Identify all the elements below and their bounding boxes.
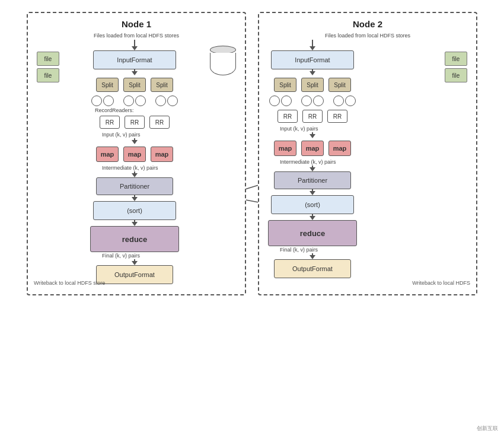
node1-left-files: file file	[37, 52, 59, 82]
node1-rr3: RR	[149, 116, 170, 129]
node2-arrow6	[310, 214, 315, 220]
node2-final-label: Final (k, v) pairs	[280, 247, 318, 253]
node2-rr2: RR	[302, 110, 323, 123]
node2-split3: Split	[328, 78, 351, 92]
watermark: 创新互联	[477, 425, 498, 432]
node2-arrow3	[310, 132, 315, 138]
node1-arrow6	[132, 220, 138, 226]
node2-center: InputFormat Split Split Split	[268, 40, 357, 278]
node1-right-cylinder	[210, 46, 236, 77]
node1-split2: Split	[123, 78, 146, 92]
node2-hdfs-label: Files loaded from local HDFS stores	[268, 33, 467, 39]
node2-box: Node 2 Files loaded from local HDFS stor…	[258, 12, 477, 295]
node2-circle-group1	[269, 96, 292, 106]
node1-c4	[135, 96, 146, 106]
node2-intermediate-label: Intermediate (k, v) pairs	[280, 159, 336, 165]
watermark-text: 创新互联	[477, 425, 498, 431]
node2-reduce: reduce	[268, 220, 357, 246]
node1-circles	[91, 96, 178, 106]
node2-title: Node 2	[268, 19, 467, 29]
node1-center: InputFormat Split Split Split	[90, 40, 179, 284]
node2-map3: map	[328, 141, 351, 156]
node1-arrow4	[132, 171, 138, 177]
node2-outputformat: OutputFormat	[274, 259, 351, 278]
node1-intermediate-label: Intermediate (k, v) pairs	[102, 165, 158, 171]
node2-top-area: InputFormat Split Split Split	[268, 40, 467, 278]
nodes-wrapper: Node 1 Files loaded from local HDFS stor…	[6, 6, 498, 301]
node1-arrow2	[132, 69, 138, 75]
node1-file1: file	[37, 52, 59, 66]
node1-map2: map	[123, 147, 146, 162]
node2-circle-group2	[301, 96, 324, 106]
node2-inputformat: InputFormat	[271, 50, 354, 69]
node2-c1	[269, 96, 280, 106]
node2-circle-group3	[333, 96, 356, 106]
node1-c3	[123, 96, 134, 106]
node1-c5	[155, 96, 166, 106]
node1-circle-group3	[155, 96, 178, 106]
node2-rr1: RR	[277, 110, 298, 123]
node1-inputformat: InputFormat	[93, 50, 176, 69]
node1-c2	[103, 96, 114, 106]
node2-right-files: file file	[445, 52, 467, 82]
node2-c3	[301, 96, 312, 106]
node1-partitioner: Partitioner	[96, 177, 173, 195]
node1-circle-group2	[123, 96, 146, 106]
node1-rr2: RR	[125, 116, 145, 129]
node1-final-label: Final (k, v) pairs	[102, 253, 140, 259]
node1-circle-group1	[91, 96, 114, 106]
node2-split2: Split	[301, 78, 324, 92]
node1-input-kv-label: Input (k, v) pairs	[102, 132, 141, 138]
node2-map2: map	[301, 141, 324, 156]
node2-file1: file	[445, 52, 467, 66]
node2-rr-row: RR RR RR	[277, 110, 347, 123]
node2-map-row: map map map	[274, 141, 351, 156]
node1-outputformat: OutputFormat	[96, 265, 173, 284]
node1-cyl-body	[210, 53, 236, 75]
node1-box: Node 1 Files loaded from local HDFS stor…	[27, 12, 246, 295]
node1-hdfs-label: Files loaded from local HDFS stores	[37, 33, 236, 39]
node2-split1: Split	[274, 78, 296, 92]
node2-c6	[345, 96, 356, 106]
node2-circles	[269, 96, 356, 106]
node1-map1: map	[96, 147, 119, 162]
node1-c1	[91, 96, 102, 106]
node2-file2: file	[445, 68, 467, 82]
node1-top-arrow	[132, 40, 138, 50]
node1-reduce: reduce	[90, 226, 179, 252]
node1-title: Node 1	[37, 19, 236, 29]
node1-arrow5	[132, 195, 138, 201]
node1-file2: file	[37, 68, 59, 82]
node1-arrow7	[132, 259, 138, 265]
node1-map-row: map map map	[96, 147, 173, 162]
node1-rr-label: RecordReaders:	[95, 107, 134, 113]
node1-rr-row: RR RR RR	[100, 116, 170, 129]
node1-arrow3	[132, 138, 138, 144]
node2-split-row: Split Split Split	[274, 78, 351, 92]
node2-rr3: RR	[327, 110, 347, 123]
node2-arrow7	[310, 253, 315, 259]
node2-sort: (sort)	[271, 195, 354, 214]
node1-writeback: Writeback to local HDFS store	[34, 280, 105, 287]
node2-c2	[281, 96, 292, 106]
node1-split3: Split	[151, 78, 173, 92]
node2-arrow2	[310, 69, 315, 75]
node1-split-row: Split Split Split	[96, 78, 173, 92]
node2-partitioner: Partitioner	[274, 171, 351, 189]
node2-c5	[333, 96, 344, 106]
node2-map1: map	[274, 141, 296, 156]
node2-writeback: Writeback to local HDFS	[412, 280, 470, 287]
node1-rr1: RR	[100, 116, 120, 129]
node1-sort: (sort)	[93, 201, 176, 220]
node2-top-arrow	[310, 40, 315, 50]
node2-arrow5	[310, 189, 315, 195]
node1-split1: Split	[96, 78, 119, 92]
node2-arrow4	[310, 166, 315, 171]
node1-c6	[167, 96, 178, 106]
node1-top-area: file file InputFormat	[37, 40, 236, 284]
node1-cylinder	[210, 46, 236, 77]
node1-map3: map	[151, 147, 173, 162]
node2-input-kv-label: Input (k, v) pairs	[280, 126, 318, 132]
diagram-container: "Shuffling" processIntermediate (k, v)pa…	[0, 0, 504, 436]
node2-c4	[313, 96, 324, 106]
